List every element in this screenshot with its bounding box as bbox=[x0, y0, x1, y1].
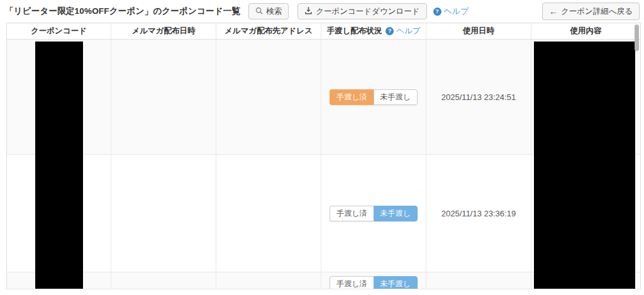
back-to-coupon-detail-button[interactable]: ← クーポン詳細へ戻る bbox=[542, 3, 640, 20]
cell-used-at: 2025/11/13 23:24:51 bbox=[426, 40, 531, 154]
help-circle-icon: ? bbox=[433, 8, 441, 16]
help-circle-icon: ? bbox=[386, 27, 394, 35]
cell-newsletter-address bbox=[216, 272, 321, 289]
back-button-label: クーポン詳細へ戻る bbox=[561, 6, 633, 17]
handoff-done-button[interactable]: 手渡し済 bbox=[330, 206, 373, 221]
handoff-toggle-group: 手渡し済 未手渡し bbox=[330, 206, 418, 221]
handoff-undone-button[interactable]: 未手渡し bbox=[374, 206, 418, 221]
table-header-row: クーポンコード メルマガ配布日時 メルマガ配布先アドレス 手渡し配布状況 ? ヘ… bbox=[7, 23, 640, 40]
redacted-usage-content-block bbox=[534, 42, 635, 289]
handoff-undone-button[interactable]: 未手渡し bbox=[374, 276, 418, 289]
search-button[interactable]: 検索 bbox=[248, 3, 289, 19]
cell-handoff-status: 手渡し済 未手渡し bbox=[321, 272, 426, 289]
column-header-used-at: 使用日時 bbox=[426, 23, 531, 39]
column-header-handoff-status: 手渡し配布状況 ? ヘルプ bbox=[321, 23, 426, 39]
column-header-newsletter-sent-at: メルマガ配布日時 bbox=[111, 23, 216, 39]
cell-newsletter-address bbox=[216, 40, 321, 154]
cell-newsletter-sent-at bbox=[111, 40, 216, 154]
column-header-coupon-code: クーポンコード bbox=[7, 23, 111, 39]
handoff-undone-button[interactable]: 未手渡し bbox=[374, 89, 418, 105]
vertical-scrollbar-thumb[interactable] bbox=[635, 25, 639, 51]
handoff-status-help-label: ヘルプ bbox=[396, 26, 420, 36]
column-header-usage-content: 使用内容 bbox=[531, 23, 640, 39]
download-button-label: クーポンコードダウンロード bbox=[316, 6, 419, 17]
used-at-timestamp: 2025/11/13 23:36:19 bbox=[441, 209, 516, 218]
back-arrow-icon: ← bbox=[549, 7, 558, 16]
handoff-toggle-group: 手渡し済 未手渡し bbox=[330, 89, 418, 105]
coupon-code-download-button[interactable]: クーポンコードダウンロード bbox=[297, 3, 426, 19]
used-at-timestamp: 2025/11/13 23:24:51 bbox=[441, 92, 516, 102]
cell-newsletter-sent-at bbox=[111, 272, 216, 289]
handoff-done-button[interactable]: 手渡し済 bbox=[330, 276, 373, 289]
handoff-status-help-link[interactable]: ? ヘルプ bbox=[386, 26, 420, 36]
cell-newsletter-address bbox=[216, 155, 321, 272]
download-icon bbox=[304, 6, 313, 16]
cell-used-at bbox=[426, 272, 531, 289]
toolbar: 「リピーター限定10%OFFクーポン」のクーポンコード一覧 検索 クーポンコード… bbox=[0, 0, 644, 23]
toolbar-help-link[interactable]: ? ヘルプ bbox=[433, 6, 469, 17]
coupon-code-table: クーポンコード メルマガ配布日時 メルマガ配布先アドレス 手渡し配布状況 ? ヘ… bbox=[6, 23, 641, 289]
page-title: 「リピーター限定10%OFFクーポン」のクーポンコード一覧 bbox=[5, 6, 240, 17]
cell-handoff-status: 手渡し済 未手渡し bbox=[321, 40, 426, 154]
search-icon bbox=[255, 7, 263, 16]
cell-used-at: 2025/11/13 23:36:19 bbox=[426, 155, 531, 272]
handoff-status-header-label: 手渡し配布状況 bbox=[326, 26, 382, 36]
toolbar-help-label: ヘルプ bbox=[444, 6, 469, 17]
cell-newsletter-sent-at bbox=[111, 155, 216, 272]
redacted-coupon-codes-block bbox=[35, 42, 83, 289]
column-header-newsletter-address: メルマガ配布先アドレス bbox=[216, 23, 321, 39]
cell-handoff-status: 手渡し済 未手渡し bbox=[321, 155, 426, 272]
handoff-toggle-group: 手渡し済 未手渡し bbox=[330, 276, 418, 289]
search-button-label: 検索 bbox=[266, 6, 282, 17]
handoff-done-button[interactable]: 手渡し済 bbox=[330, 89, 373, 105]
